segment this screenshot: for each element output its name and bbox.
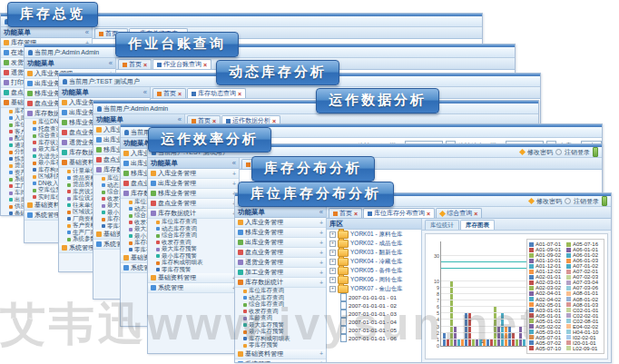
menu-item-icon [62, 130, 67, 135]
y-axis-tick: 2 [427, 330, 439, 336]
tab-home[interactable]: 首页× [118, 59, 152, 69]
sidebar-section[interactable]: 盘点业务管理 [148, 199, 239, 209]
collapsed-panel-handle[interactable] [593, 147, 598, 157]
sidebar-section[interactable]: 移库业务管理 [235, 228, 326, 238]
logout-link[interactable]: 注销登录 [574, 197, 599, 206]
tree-expander-icon[interactable]: + [329, 250, 336, 256]
tree-expander-icon[interactable]: + [329, 259, 336, 265]
sidebar-section[interactable]: 入库业务管理 [235, 218, 326, 228]
sidebar-section[interactable]: 出库业务管理 [148, 179, 239, 189]
sidebar-section[interactable]: 系统管理 [235, 359, 326, 363]
legend-swatch [566, 308, 571, 312]
sidebar-section[interactable]: 盘点业务管理 [235, 248, 326, 258]
tree-node-warehouse[interactable]: +YORK07 - 金山仓库 [327, 284, 421, 293]
menu-item-icon [4, 100, 9, 105]
chart-plot-area: 1 01234567891030 [440, 241, 529, 347]
sidebar-section[interactable]: 系统管理 [148, 283, 239, 293]
sidebar-section[interactable]: 退货业务管理 [235, 258, 326, 268]
close-tab-icon[interactable]: × [178, 91, 182, 97]
gridline [441, 306, 529, 307]
logout-link[interactable]: 注销登录 [565, 148, 590, 157]
tree-node-warehouse-label: YORK01 - 原料仓库 [350, 231, 402, 239]
y-axis-tick: 6 [427, 304, 439, 310]
legend-swatch [529, 259, 534, 263]
menu-item-icon [33, 134, 36, 138]
tree-node-location[interactable]: 2007-01-01-01 - 05 [327, 326, 421, 334]
change-password-link[interactable]: 修改密码 [536, 197, 562, 206]
tab-feature[interactable]: 作业台账查询× [152, 59, 211, 69]
sidebar-section[interactable]: 基础资料管理 [148, 273, 239, 283]
user-bar: 当前用户:Admin Admin [25, 47, 515, 58]
menu-item-icon [123, 151, 129, 156]
tab-location-distribution[interactable]: 库位库存分布查询× [363, 208, 435, 218]
menu-item-icon [9, 151, 13, 154]
tree-expander-icon[interactable]: + [329, 231, 336, 238]
window-location-inventory-distribution: 当前用户:Admin Admin 修改密码 注销登录 功能菜单 入库业务管理移库… [234, 192, 612, 363]
tree-expander-icon[interactable]: + [329, 241, 336, 247]
sidebar-section[interactable]: 基础资料管理 [235, 349, 326, 359]
sidebar-title[interactable]: 功能菜单 [59, 87, 150, 98]
gridline [441, 332, 529, 333]
tree-node-location[interactable]: 2007-01-01-01 - 03 [327, 310, 421, 318]
sidebar-section[interactable]: 出库业务管理 [235, 238, 326, 248]
subtab-location-stats[interactable]: 库位统计 [425, 220, 459, 230]
menu-item-icon [123, 171, 129, 176]
sidebar-section[interactable]: 移库业务管理 [148, 189, 239, 199]
close-tab-icon[interactable]: × [474, 211, 477, 217]
content-area: 库区 +YORK01 - 原料仓库+YORK02 - 成品仓库+YORK03 -… [327, 219, 611, 362]
sidebar-title[interactable]: 功能菜单 [148, 158, 239, 169]
tab-combined-query[interactable]: 综合查询× [436, 208, 482, 218]
menu-item-icon [243, 290, 247, 293]
gridline [441, 255, 529, 256]
menu-item-icon [67, 183, 71, 187]
sidebar-section-label: 系统管理 [245, 359, 270, 363]
tree-expander-icon[interactable]: + [329, 268, 336, 274]
sidebar-title[interactable]: 功能菜单 [1, 27, 92, 38]
logout-icon [565, 198, 571, 204]
menu-item-icon [238, 220, 243, 225]
menu-item-icon [238, 230, 243, 235]
close-tab-icon[interactable]: × [203, 62, 207, 68]
menu-item-icon [9, 171, 13, 174]
menu-item-icon [27, 111, 33, 116]
legend-swatch [529, 280, 534, 285]
bar-A06-01-02 [523, 339, 526, 346]
tree-node-location[interactable]: 2007-01-01-01 - 02 [327, 301, 421, 310]
tree-node-location[interactable]: 2007-01-01-01 - 01 [327, 293, 421, 301]
tab-feature[interactable]: 库存动态查询× [187, 88, 246, 98]
tree-expander-icon[interactable]: + [329, 286, 336, 292]
tab-home[interactable]: 首页× [329, 208, 362, 218]
bar-A05-07-02 [508, 327, 511, 346]
legend-swatch [529, 302, 534, 307]
sidebar-title[interactable]: 功能菜单 [235, 207, 326, 218]
sidebar-section-label: 退货业务管理 [245, 258, 283, 267]
collapsed-panel-handle[interactable] [602, 196, 607, 206]
menu-item-icon [102, 177, 105, 181]
x-axis-label: 1 [481, 339, 484, 344]
warehouse-tree-panel: 库区 +YORK01 - 原料仓库+YORK02 - 成品仓库+YORK03 -… [327, 219, 422, 362]
sidebar-section[interactable]: 加工业务管理 [235, 268, 326, 278]
legend-item: A05-07-10 [529, 346, 565, 351]
close-tab-icon[interactable]: × [238, 91, 241, 97]
menu-item-icon [238, 361, 243, 363]
tab-home[interactable]: 首页× [152, 88, 186, 98]
tree-node-location[interactable]: 2007-01-01-01 - 04 [327, 318, 421, 326]
close-tab-icon[interactable]: × [354, 211, 358, 217]
tree-expander-icon[interactable]: + [329, 277, 336, 283]
change-password-link[interactable]: 修改密码 [527, 148, 553, 157]
sidebar-title[interactable]: 功能菜单 [25, 58, 115, 69]
subtab-inventory-chart[interactable]: 库存图表 [460, 220, 495, 230]
menu-item-icon [4, 60, 9, 65]
sidebar-menu-item[interactable]: 零库存预警 [235, 342, 326, 349]
menu-item-icon [67, 211, 71, 214]
legend-swatch [529, 340, 534, 345]
tree-node-location[interactable]: 2007-01-01-01 - 06 [327, 334, 421, 342]
menu-item-icon [4, 80, 9, 85]
menu-item-icon [33, 189, 36, 192]
close-tab-icon[interactable]: × [143, 62, 147, 68]
sidebar-section[interactable]: 入库业务管理 [148, 169, 239, 179]
sidebar-menu-item[interactable]: 零库存预警 [148, 267, 239, 274]
legend-swatch [529, 275, 534, 280]
gridline [441, 339, 529, 339]
close-tab-icon[interactable]: × [427, 211, 430, 217]
